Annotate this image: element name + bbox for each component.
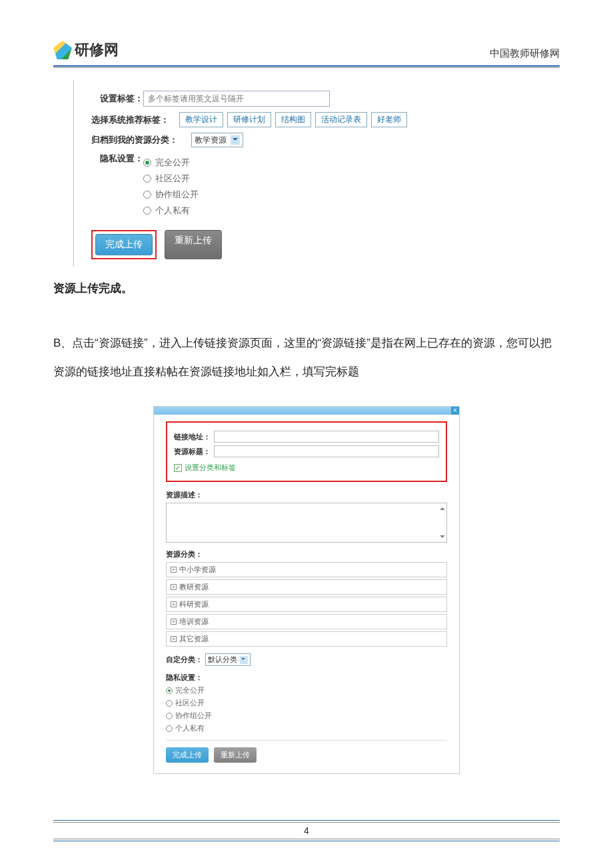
resource-title-input[interactable]: [214, 445, 439, 457]
tags-label: 设置标签：: [91, 93, 143, 105]
resource-desc-textarea[interactable]: [166, 503, 447, 543]
logo-text: 研修网: [75, 40, 119, 60]
page-header: 研修网 中国教师研修网: [53, 40, 560, 60]
custom-cat-label: 自定分类：: [166, 655, 203, 665]
page-footer: 4: [53, 820, 560, 841]
sys-tag[interactable]: 好老师: [371, 112, 407, 127]
panel-titlebar: ×: [154, 407, 459, 415]
upload-settings-panel: 设置标签： 选择系统推荐标签： 教学设计 研修计划 结构图 活动记录表 好老师 …: [73, 80, 446, 266]
header-divider: [53, 65, 560, 68]
sys-tag[interactable]: 活动记录表: [315, 112, 367, 127]
privacy-label: 隐私设置：: [91, 153, 143, 165]
expand-icon: +: [171, 567, 177, 573]
radio-icon: [143, 191, 151, 199]
privacy-option[interactable]: 个人私有: [143, 205, 446, 217]
archive-label: 归档到我的资源分类：: [91, 134, 191, 146]
radio-icon: [166, 687, 173, 694]
radio-icon: [143, 159, 151, 167]
expand-icon: +: [171, 636, 177, 642]
footer-divider: [53, 839, 560, 841]
expand-icon: +: [171, 584, 177, 590]
category-item[interactable]: +教研资源: [166, 579, 447, 595]
radio-icon: [166, 725, 173, 732]
page-number: 4: [53, 823, 560, 839]
privacy-option[interactable]: 完全公开: [166, 685, 447, 695]
privacy-option-label: 完全公开: [155, 157, 190, 169]
privacy-label-2: 隐私设置：: [166, 673, 447, 683]
privacy-option-label: 协作组公开: [155, 189, 199, 201]
tags-input[interactable]: [143, 91, 330, 107]
expand-icon: +: [171, 601, 177, 607]
highlight-box: 完成上传: [91, 230, 157, 259]
set-cat-tag-label: 设置分类和标签: [185, 463, 236, 473]
radio-icon: [166, 713, 173, 719]
category-label: 资源分类：: [166, 549, 447, 559]
category-item[interactable]: +科研资源: [166, 597, 447, 612]
reset-upload-button[interactable]: 重新上传: [165, 230, 222, 259]
close-icon[interactable]: ×: [451, 407, 459, 415]
radio-icon: [166, 700, 173, 707]
category-item[interactable]: +其它资源: [166, 631, 447, 647]
radio-icon: [143, 207, 151, 215]
chevron-down-icon: [231, 135, 240, 145]
reset-upload-button[interactable]: 重新上传: [214, 747, 257, 763]
link-resource-panel: × 链接地址： 资源标题： 设置分类和标签 资源描述： 资源分类：: [153, 406, 460, 774]
custom-cat-value: 默认分类: [208, 655, 237, 665]
custom-cat-select[interactable]: 默认分类: [205, 653, 251, 666]
header-site-name: 中国教师研修网: [490, 47, 560, 60]
complete-upload-button[interactable]: 完成上传: [95, 234, 153, 255]
radio-icon: [143, 175, 151, 183]
archive-select-value: 教学资源: [195, 135, 227, 146]
link-address-label: 链接地址：: [174, 432, 214, 442]
sys-tags-label: 选择系统推荐标签：: [91, 114, 179, 126]
upload-done-text: 资源上传完成。: [53, 281, 560, 296]
complete-upload-button[interactable]: 完成上传: [166, 747, 209, 763]
privacy-option-label: 社区公开: [155, 173, 190, 185]
desc-label: 资源描述：: [166, 490, 447, 500]
logo-icon: [53, 41, 72, 59]
archive-select[interactable]: 教学资源: [191, 133, 243, 147]
link-address-input[interactable]: [214, 431, 439, 443]
privacy-option[interactable]: 社区公开: [166, 698, 447, 708]
highlight-box: 链接地址： 资源标题： 设置分类和标签: [166, 421, 447, 482]
privacy-option[interactable]: 个人私有: [166, 723, 447, 733]
privacy-option[interactable]: 协作组公开: [143, 189, 446, 201]
category-item[interactable]: +培训资源: [166, 614, 447, 629]
logo: 研修网: [53, 40, 119, 60]
privacy-option[interactable]: 社区公开: [143, 173, 446, 185]
category-item[interactable]: +中小学资源: [166, 562, 447, 577]
chevron-down-icon: [240, 656, 248, 664]
privacy-option-label: 个人私有: [155, 205, 190, 217]
sys-tag[interactable]: 结构图: [275, 112, 311, 127]
privacy-option[interactable]: 完全公开: [143, 157, 446, 169]
checkbox-icon[interactable]: [174, 464, 182, 472]
sys-tag[interactable]: 教学设计: [179, 112, 223, 127]
paragraph-b: B、点击“资源链接”，进入上传链接资源页面，这里的“资源链接”是指在网上已存在的…: [53, 329, 560, 386]
sys-tag[interactable]: 研修计划: [227, 112, 271, 127]
resource-title-label: 资源标题：: [174, 447, 214, 457]
privacy-option[interactable]: 协作组公开: [166, 711, 447, 721]
expand-icon: +: [171, 619, 177, 625]
